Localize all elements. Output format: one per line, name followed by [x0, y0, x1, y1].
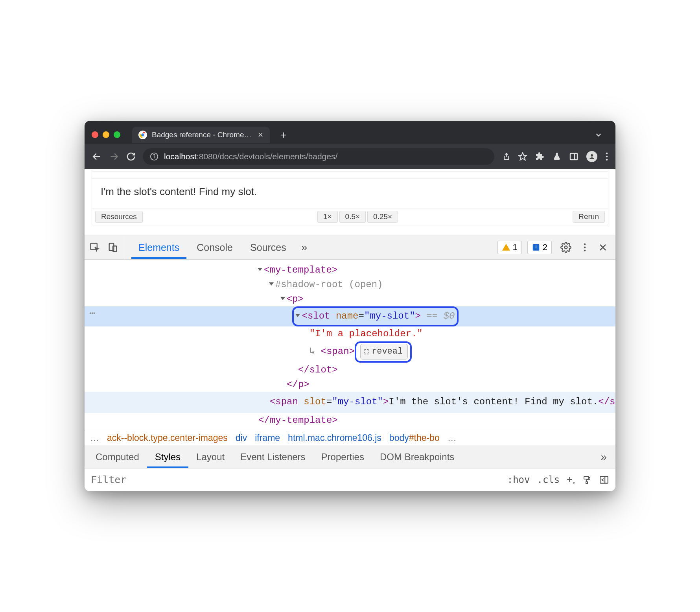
settings-gear-icon[interactable]: [557, 242, 575, 253]
chrome-favicon: [138, 131, 147, 139]
back-button[interactable]: [92, 151, 102, 162]
site-info-icon[interactable]: [150, 152, 158, 161]
dom-node[interactable]: </my-template>: [85, 413, 615, 428]
paint-icon[interactable]: [582, 475, 592, 485]
subtab-styles[interactable]: Styles: [147, 446, 188, 468]
subtab-event-listeners[interactable]: Event Listeners: [232, 446, 313, 468]
subtab-dom-breakpoints[interactable]: DOM Breakpoints: [372, 446, 462, 468]
address-bar[interactable]: localhost:8080/docs/devtools/elements/ba…: [143, 148, 494, 165]
svg-point-12: [606, 155, 608, 157]
styles-filter-row: :hov .cls +▾: [85, 468, 615, 491]
cls-toggle[interactable]: .cls: [537, 474, 560, 485]
reload-button[interactable]: [126, 152, 136, 161]
forward-button[interactable]: [109, 151, 119, 162]
svg-point-22: [584, 250, 586, 251]
dom-node[interactable]: <p>: [85, 292, 615, 306]
browser-toolbar: localhost:8080/docs/devtools/elements/ba…: [85, 144, 615, 169]
tab-console[interactable]: Console: [190, 236, 240, 259]
svg-marker-7: [519, 153, 527, 160]
breadcrumb-item[interactable]: ack--block.type.center-images: [107, 433, 228, 443]
maximize-window-button[interactable]: [114, 131, 120, 138]
hov-toggle[interactable]: :hov: [507, 474, 530, 485]
svg-rect-26: [586, 482, 588, 483]
breadcrumb-item[interactable]: body#the-bo: [389, 433, 440, 443]
profile-avatar[interactable]: [586, 151, 597, 162]
tab-bar: Badges reference - Chrome De… ✕ ＋: [85, 121, 615, 144]
tab-title: Badges reference - Chrome De…: [152, 131, 253, 139]
labs-flask-icon[interactable]: [553, 152, 561, 161]
svg-point-20: [584, 243, 586, 245]
devtools-tabbar: Elements Console Sources » 1 ! 2: [85, 236, 615, 260]
tabs-overflow-icon[interactable]: »: [297, 241, 312, 254]
zoom-05x-button[interactable]: 0.5×: [339, 211, 366, 223]
dom-node[interactable]: </p>: [85, 377, 615, 392]
subtab-layout[interactable]: Layout: [188, 446, 232, 468]
close-window-button[interactable]: [92, 131, 98, 138]
breadcrumb-item[interactable]: div: [236, 433, 247, 443]
minimize-window-button[interactable]: [103, 131, 109, 138]
new-tab-button[interactable]: ＋: [278, 128, 289, 142]
svg-point-11: [606, 152, 608, 154]
warnings-badge[interactable]: 1: [497, 241, 522, 254]
reveal-badge[interactable]: reveal: [360, 344, 408, 359]
breadcrumb-item[interactable]: html.mac.chrome106.js: [288, 433, 381, 443]
warnings-count: 1: [513, 242, 518, 253]
svg-point-6: [154, 154, 155, 155]
kebab-menu-icon[interactable]: [605, 152, 608, 161]
dom-node[interactable]: ↳ <span>reveal: [85, 341, 615, 363]
dom-node[interactable]: <span slot="my-slot">I'm the slot's cont…: [85, 392, 615, 413]
svg-point-21: [584, 247, 586, 248]
svg-text:!: !: [535, 244, 537, 251]
svg-rect-25: [584, 476, 589, 479]
subtabs-overflow-icon[interactable]: »: [595, 451, 612, 463]
dom-node[interactable]: #shadow-root (open): [85, 277, 615, 292]
dom-tree[interactable]: <my-template> #shadow-root (open) <p> <s…: [85, 260, 615, 430]
close-tab-icon[interactable]: ✕: [258, 131, 263, 139]
new-style-rule-button[interactable]: +▾: [567, 474, 575, 486]
issues-badge[interactable]: ! 2: [527, 241, 552, 254]
bookmark-star-icon[interactable]: [518, 152, 527, 161]
rerun-button[interactable]: Rerun: [573, 211, 605, 223]
svg-point-13: [606, 159, 608, 160]
demo-text: I'm the slot's content! Find my slot.: [92, 179, 608, 208]
inspect-element-icon[interactable]: [89, 242, 100, 253]
breadcrumb-item[interactable]: iframe: [255, 433, 280, 443]
tab-elements[interactable]: Elements: [131, 236, 186, 259]
subtab-computed[interactable]: Computed: [88, 446, 147, 468]
subtab-properties[interactable]: Properties: [313, 446, 372, 468]
zoom-1x-button[interactable]: 1×: [317, 211, 338, 223]
panel-icon[interactable]: [569, 152, 578, 161]
browser-tab[interactable]: Badges reference - Chrome De… ✕: [132, 127, 270, 143]
toolbar-right-icons: [501, 151, 608, 162]
dom-node[interactable]: </slot>: [85, 363, 615, 377]
url-text: localhost:8080/docs/devtools/elements/ba…: [164, 152, 337, 161]
demo-card: I'm the slot's content! Find my slot. Re…: [92, 171, 608, 225]
device-toggle-icon[interactable]: [107, 242, 118, 253]
devtools-kebab-icon[interactable]: [580, 242, 589, 253]
browser-window: Badges reference - Chrome De… ✕ ＋ localh…: [85, 121, 615, 492]
svg-point-10: [591, 154, 593, 157]
dom-node[interactable]: "I'm a placeholder.": [85, 326, 615, 341]
issues-count: 2: [543, 242, 547, 253]
demo-footer: Resources 1× 0.5× 0.25× Rerun: [92, 208, 608, 225]
zoom-025x-button[interactable]: 0.25×: [367, 211, 398, 223]
window-controls: [92, 131, 120, 138]
svg-point-19: [565, 246, 567, 249]
toggle-sidebar-icon[interactable]: [599, 475, 609, 485]
dom-node-selected[interactable]: <slot name="my-slot"> == $0: [85, 306, 615, 326]
breadcrumb-overflow-right[interactable]: …: [448, 433, 457, 443]
page-viewport: I'm the slot's content! Find my slot. Re…: [85, 169, 615, 236]
tabs-dropdown-icon[interactable]: [594, 131, 603, 139]
styles-filter-input[interactable]: [85, 468, 507, 491]
tab-sources[interactable]: Sources: [243, 236, 293, 259]
devtools-close-icon[interactable]: [595, 243, 611, 252]
share-icon[interactable]: [501, 152, 510, 161]
resources-button[interactable]: Resources: [95, 211, 143, 223]
breadcrumb-overflow-left[interactable]: …: [90, 433, 99, 443]
styles-subtabs: Computed Styles Layout Event Listeners P…: [85, 446, 615, 468]
devtools-panel: Elements Console Sources » 1 ! 2: [85, 236, 615, 492]
dom-breadcrumbs[interactable]: … ack--block.type.center-images div ifra…: [85, 430, 615, 446]
extensions-icon[interactable]: [535, 152, 545, 161]
svg-rect-8: [570, 153, 577, 160]
dom-node[interactable]: <my-template>: [85, 263, 615, 277]
